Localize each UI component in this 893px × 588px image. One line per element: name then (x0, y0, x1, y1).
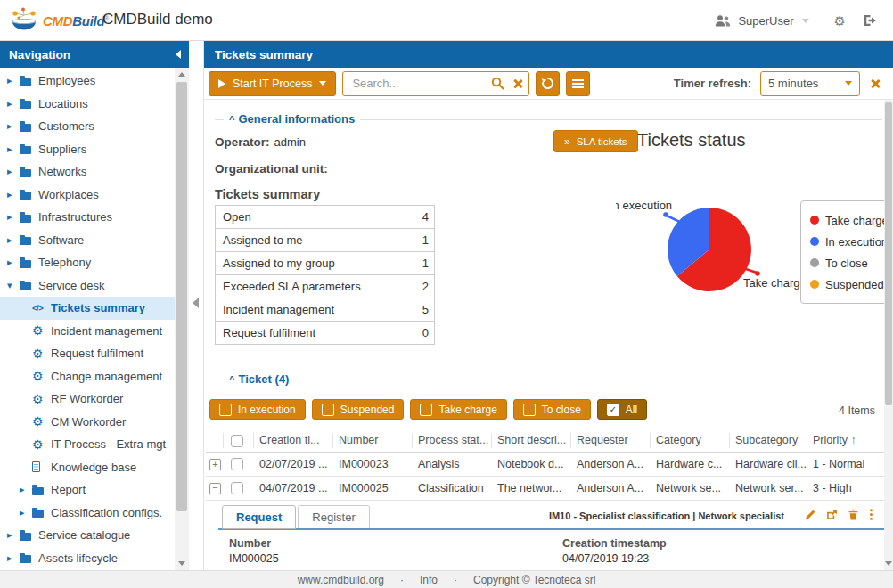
sidebar-item[interactable]: Assets lifecycle (0, 547, 175, 570)
row-checkbox[interactable] (231, 458, 243, 470)
tree-caret-icon[interactable] (7, 166, 20, 177)
scroll-down-icon[interactable] (885, 561, 892, 566)
tree-caret-icon[interactable] (20, 484, 32, 495)
row-checkbox[interactable] (231, 482, 243, 494)
sidebar-item[interactable]: Request fulfilment (0, 342, 175, 365)
sidebar-item[interactable]: Change management (0, 365, 175, 388)
sidebar-item[interactable]: IT Process - Extra mgt (0, 433, 175, 456)
timer-refresh-select[interactable]: 5 minutes (760, 71, 860, 96)
delete-trash-icon[interactable] (848, 509, 859, 520)
current-user-menu[interactable]: SuperUser (738, 14, 793, 28)
scroll-up-icon[interactable] (178, 72, 185, 77)
general-informations-section: ^General informations Operator:admin Org… (215, 112, 882, 372)
sidebar-item[interactable]: Report (0, 478, 175, 502)
more-options-icon[interactable] (869, 509, 873, 520)
open-external-icon[interactable] (826, 509, 838, 520)
sidebar-item[interactable]: Employees (0, 69, 175, 93)
grid-column-header[interactable]: Requester (571, 433, 651, 448)
cell-short-description: Notebook d... (492, 458, 571, 470)
legend-entry[interactable]: Take charge (810, 209, 884, 231)
edit-pencil-icon[interactable] (805, 509, 816, 520)
content-scroll-thumb[interactable] (885, 102, 892, 405)
user-area: SuperUser ⚙ (715, 0, 877, 41)
tree-caret-icon[interactable] (7, 552, 20, 564)
status-filter-button[interactable]: Suspended (312, 399, 405, 420)
grid-column-header[interactable]: Number (333, 433, 413, 448)
legend-entry[interactable]: To close (810, 252, 884, 274)
sidebar-item[interactable]: Infrastructures (0, 206, 175, 229)
row-expand-icon[interactable] (209, 483, 221, 494)
sidebar-item[interactable]: Networks (0, 160, 175, 184)
sidebar-item[interactable]: RF Workorder (0, 388, 175, 411)
status-filter-button[interactable]: To close (513, 399, 591, 420)
status-filter-button[interactable]: In execution (209, 399, 306, 420)
sla-tickets-button[interactable]: » SLA tickets (553, 130, 638, 152)
tree-caret-icon[interactable] (7, 234, 20, 246)
timer-clear-icon[interactable] (870, 78, 881, 89)
legend-entry[interactable]: In execution (810, 231, 884, 252)
grid-column-header[interactable]: Short descri... (492, 433, 571, 448)
cmdbuild-logo-icon (9, 6, 39, 35)
legend-entry[interactable]: Suspended (810, 274, 884, 295)
sidebar-item[interactable]: Suppliers (0, 138, 175, 161)
logout-icon[interactable] (864, 14, 877, 27)
sidebar-item[interactable]: Tickets summary (0, 297, 175, 320)
grid-column-header[interactable]: Creation ti... (254, 433, 333, 448)
panel-splitter[interactable] (189, 41, 203, 570)
row-expand-icon[interactable] (209, 459, 221, 470)
summary-row: Incident management 5 (216, 298, 434, 322)
general-informations-toggle[interactable]: ^General informations (224, 112, 360, 126)
sidebar-item[interactable]: Telephony (0, 251, 175, 274)
sidebar-item[interactable]: Customers (0, 115, 175, 138)
user-menu-chevron-icon[interactable] (802, 19, 809, 23)
tree-caret-icon[interactable] (20, 507, 32, 519)
menu-button[interactable] (566, 71, 590, 96)
ticket-section-toggle[interactable]: ^Ticket (4) (224, 372, 294, 386)
grid-column-header[interactable]: Category (651, 433, 730, 448)
refresh-button[interactable] (536, 71, 560, 96)
select-all-checkbox[interactable] (231, 435, 243, 447)
sidebar-item[interactable]: CM Workorder (0, 411, 175, 434)
start-process-dropdown-icon[interactable] (319, 81, 326, 86)
search-input[interactable] (350, 76, 491, 91)
sidebar-item[interactable]: Knowledge base (0, 456, 175, 479)
sidebar-scroll-thumb[interactable] (176, 82, 187, 511)
grid-column-header[interactable]: Priority (807, 433, 884, 448)
tree-caret-icon[interactable] (7, 211, 20, 223)
start-it-process-button[interactable]: Start IT Process (209, 71, 336, 96)
status-filter-button[interactable]: All (597, 399, 647, 420)
grid-column-header[interactable]: Process stat... (413, 433, 492, 448)
footer-info-link[interactable]: Info (420, 574, 438, 586)
tree-caret-icon[interactable] (7, 98, 20, 110)
sidebar-item[interactable]: Classification configs. (0, 502, 175, 525)
settings-gear-icon[interactable]: ⚙ (834, 14, 846, 28)
sidebar-collapse-icon[interactable] (176, 50, 181, 59)
splitter-collapse-icon[interactable] (193, 298, 199, 308)
content-scrollbar[interactable] (884, 100, 893, 570)
tab-request[interactable]: Request (222, 505, 296, 529)
ticket-row[interactable]: 02/07/2019 ... IM000023 Analysis Noteboo… (206, 453, 884, 477)
grid-column-header[interactable]: Subcategory (730, 433, 807, 448)
sidebar-item[interactable]: Locations (0, 93, 175, 116)
sidebar-scrollbar[interactable] (175, 68, 189, 570)
sidebar-item[interactable]: Workplaces (0, 184, 175, 207)
sidebar-item[interactable]: Service desk (0, 274, 175, 298)
ticket-row[interactable]: 04/07/2019 ... IM000025 Classification T… (206, 477, 884, 501)
tree-caret-icon[interactable] (7, 75, 20, 86)
tree-caret-icon[interactable] (7, 257, 20, 268)
sidebar-item[interactable]: Software (0, 229, 175, 252)
status-filter-button[interactable]: Take charge (410, 399, 506, 420)
tree-caret-icon[interactable] (7, 143, 20, 155)
footer-site-link[interactable]: www.cmdbuild.org (298, 574, 384, 586)
tree-caret-icon[interactable] (7, 120, 20, 132)
sidebar-item[interactable]: Service catalogue (0, 524, 175, 547)
clear-search-icon[interactable] (512, 78, 523, 89)
tree-caret-icon[interactable] (7, 529, 20, 541)
cmdbuild-logo[interactable]: CMDBuild® (9, 6, 109, 35)
sidebar-item[interactable]: Incident management (0, 320, 175, 343)
tree-caret-icon[interactable] (7, 189, 20, 200)
search-icon[interactable] (491, 77, 504, 90)
tree-caret-icon[interactable] (7, 280, 20, 291)
tab-register[interactable]: Register (298, 505, 369, 529)
scroll-down-icon[interactable] (178, 561, 185, 566)
